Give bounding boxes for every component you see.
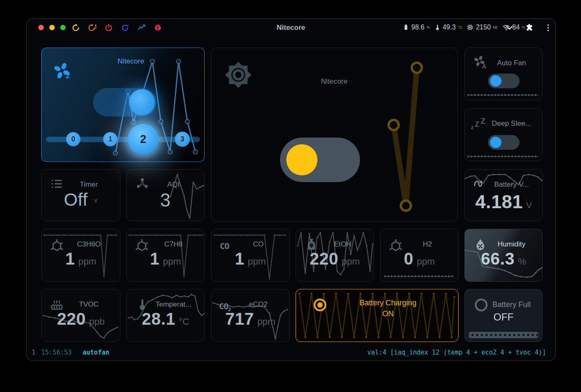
h2-number: 0: [404, 249, 413, 268]
tvoc-card: TVOC 220ppb: [41, 289, 120, 342]
battery-voltage-label: Battery V...: [484, 180, 539, 189]
humidity-card: Humidity 66.3%: [464, 229, 543, 282]
c3h6o-number: 1: [65, 249, 75, 268]
c3h6o-unit: ppm: [78, 256, 96, 267]
co-number: 1: [235, 249, 245, 268]
battery-voltage-value: 4.181V: [465, 191, 542, 212]
c7h8-number: 1: [150, 249, 160, 268]
battery-unit: %: [426, 25, 430, 29]
humidity-number: 66.3: [481, 249, 514, 268]
light-power-toggle[interactable]: [280, 138, 360, 182]
status-left: 1 15:56:53 autofan: [32, 349, 109, 356]
etoh-label: EtOH: [315, 240, 370, 249]
battery-full-label: Battery Full: [484, 300, 539, 309]
temperature-unit: °C: [179, 316, 189, 327]
deep-sleep-card: zZZ Deep Slee...: [464, 108, 543, 161]
status-info: val:4 [iaq_index 12 (temp 4 + eco2 4 + t…: [368, 349, 546, 356]
battery-icon: [402, 23, 410, 32]
memory-unit: kB: [493, 25, 498, 29]
eco2-label: eCO2: [231, 300, 286, 309]
fan-toggle-knob[interactable]: [129, 89, 155, 115]
eco2-value: 717ppm: [211, 310, 289, 328]
kebab-menu-icon[interactable]: [544, 23, 553, 34]
battery-voltage-card: Battery V... 4.181V: [464, 169, 543, 221]
temperature-number: 28.1: [142, 310, 176, 328]
etoh-number: 220: [309, 249, 338, 268]
memory-free: 2150: [476, 24, 491, 31]
etoh-value: 220ppm: [296, 249, 373, 268]
tvoc-number: 220: [57, 310, 86, 328]
puzzle-extension-icon[interactable]: [525, 23, 534, 34]
timer-value[interactable]: Off: [64, 190, 88, 209]
c3h6o-label: C3H6O: [61, 240, 117, 249]
c7h8-unit: ppm: [163, 256, 181, 267]
co-unit: ppm: [248, 256, 266, 267]
fan-speed-1[interactable]: 1: [103, 132, 117, 146]
co-card: CO CO 1ppm: [211, 229, 290, 282]
eco2-card: CO2 eCO2 717ppm: [211, 289, 290, 342]
tvoc-value: 220ppb: [42, 310, 120, 328]
cpu-temp: 49.3: [442, 24, 456, 31]
fan-speed-card: 2 Nitecore 0 1 2 3: [41, 48, 205, 162]
fan-card-title: Nitecore: [61, 57, 201, 66]
tvoc-unit: ppb: [89, 316, 105, 327]
c3h6o-value: 1ppm: [42, 249, 120, 268]
humidity-unit: %: [518, 256, 526, 267]
brightness-icon: [222, 59, 254, 93]
battery-full-state: OFF: [465, 311, 542, 323]
center-card-title: Nitecore: [211, 77, 457, 86]
eco2-unit: ppm: [257, 316, 275, 327]
h2-value: 0ppm: [381, 249, 458, 268]
light-toggle-knob[interactable]: [286, 144, 317, 175]
tvoc-label: TVOC: [61, 300, 117, 309]
aqi-card: AQI 3: [126, 169, 205, 221]
humidity-value: 66.3%: [465, 249, 542, 268]
fan-speed-0[interactable]: 0: [66, 132, 80, 146]
battery-charging-state: ON: [321, 310, 455, 318]
status-bar: 1 15:56:53 autofan val:4 [iaq_index 12 (…: [27, 349, 555, 358]
c7h8-value: 1ppm: [127, 249, 204, 268]
aqi-label: AQI: [146, 180, 201, 189]
battery-voltage-number: 4.181: [475, 191, 523, 212]
timer-card: Timer Off˅: [41, 169, 120, 221]
fan-speed-3[interactable]: 3: [175, 132, 190, 147]
chevron-down-icon[interactable]: ˅: [93, 197, 98, 204]
temperature-card: Temperat... 28.1°C: [126, 289, 205, 342]
auto-fan-toggle[interactable]: [488, 74, 520, 88]
auto-fan-label: Auto Fan: [484, 59, 539, 67]
cpu-temp-unit: °C: [458, 25, 462, 29]
battery-charging-card: Battery Charging ON: [296, 289, 458, 342]
co-label: CO: [231, 240, 286, 249]
temperature-value: 28.1°C: [127, 310, 204, 328]
deep-sleep-toggle[interactable]: [488, 135, 520, 150]
deep-sleep-label: Deep Slee...: [484, 119, 539, 128]
chevron-down-icon[interactable]: [505, 23, 514, 34]
svg-text:z: z: [471, 124, 474, 130]
thermometer-icon: [434, 23, 441, 32]
status-mode: autofan: [83, 349, 109, 356]
battery-voltage-unit: V: [526, 201, 532, 210]
deep-sleep-sparkline: [465, 109, 542, 161]
fan-speed-2-selected[interactable]: 2: [128, 124, 159, 155]
auto-fan-knob[interactable]: [490, 75, 501, 87]
battery-full-sparkline-band: [468, 332, 539, 338]
c7h8-card: C7H8 1ppm: [126, 229, 205, 282]
co-value: 1ppm: [211, 249, 289, 268]
timer-label: Timer: [61, 180, 117, 189]
h2-label: H2: [400, 240, 455, 249]
titlebar: Nitecore 98.6% 49.3°C 2150kB 84%: [27, 19, 555, 37]
auto-fan-card: A Auto Fan: [464, 48, 543, 101]
svg-text:Z: Z: [475, 120, 479, 128]
status-time: 15:56:53: [41, 349, 72, 356]
aqi-value: 3: [127, 190, 204, 211]
battery-charging-label: Battery Charging: [321, 299, 455, 307]
fan-power-toggle[interactable]: [93, 88, 156, 117]
battery-full-card: Battery Full OFF: [464, 289, 543, 342]
temperature-label: Temperat...: [146, 300, 201, 309]
timer-select[interactable]: Off˅: [42, 190, 120, 210]
status-index: 1: [32, 349, 35, 356]
eco2-number: 717: [225, 310, 254, 328]
h2-unit: ppm: [417, 256, 435, 267]
deep-sleep-knob[interactable]: [490, 137, 501, 148]
chip-icon: [466, 23, 474, 32]
